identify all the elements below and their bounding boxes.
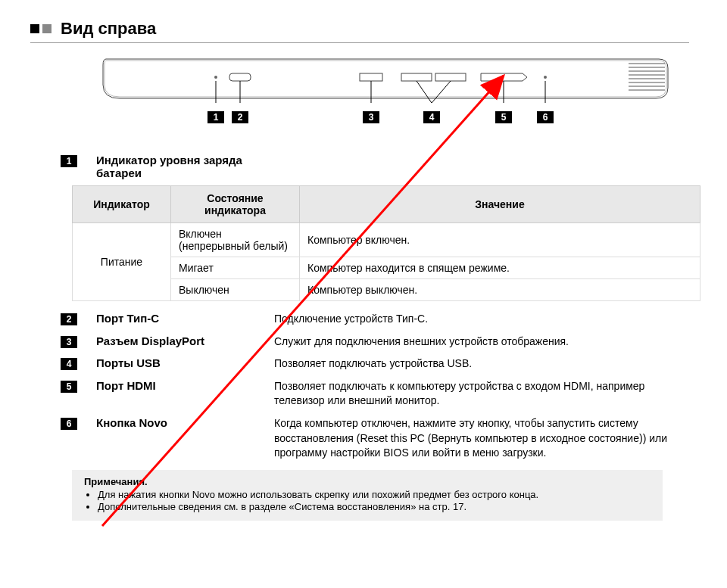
callout-3: 3 [363, 111, 379, 123]
port-novo-icon [544, 76, 547, 79]
callout-1: 1 [207, 111, 224, 123]
item-3-num: 3 [61, 336, 77, 348]
th-indicator: Индикатор [73, 186, 171, 223]
callout-5: 5 [495, 111, 512, 123]
item-6-desc: Когда компьютер отключен, нажмите эту кн… [274, 416, 689, 461]
td-mean-3: Компьютер выключен. [300, 279, 700, 301]
notes-box: Примечания. Для нажатия кнопки Novo можн… [72, 470, 663, 521]
notes-item-1: Для нажатия кнопки Novo можно использова… [98, 489, 651, 500]
callout-4: 4 [423, 111, 440, 123]
heading-rule [30, 42, 689, 43]
port-type-c-icon [229, 73, 251, 81]
callout-number-row: 1 2 3 4 5 6 [98, 110, 689, 132]
th-state: Состояние индикатора [171, 186, 300, 223]
indicator-table: Индикатор Состояние индикатора Значение … [72, 185, 700, 301]
td-indicator: Питание [73, 223, 171, 301]
td-state-2: Мигает [171, 257, 300, 279]
callout-2: 2 [232, 111, 248, 123]
table-header-row: Индикатор Состояние индикатора Значение [73, 186, 700, 223]
item-5-num: 5 [61, 381, 77, 393]
item-3-row: 3 Разъем DisplayPort Служит для подключе… [61, 334, 689, 350]
item-2-label: Порт Тип-С [96, 312, 274, 325]
port-hdmi-icon [481, 73, 527, 81]
item-5-row: 5 Порт HDMI Позволяет подключать к компь… [61, 379, 689, 409]
item-3-label: Разъем DisplayPort [96, 334, 274, 347]
notes-item-2: Дополнительные сведения см. в разделе «С… [98, 501, 651, 512]
item-2-num: 2 [61, 313, 77, 325]
laptop-side-svg [98, 54, 674, 104]
laptop-side-figure [98, 54, 689, 106]
item-2-row: 2 Порт Тип-С Подключение устройств Тип-С… [61, 312, 689, 327]
table-row: Питание Включен (непрерывный белый) Комп… [73, 223, 700, 257]
item-1-num: 1 [61, 155, 77, 167]
item-6-num: 6 [61, 418, 77, 430]
td-mean-1: Компьютер включен. [300, 223, 700, 257]
item-4-label: Порты USB [96, 356, 274, 369]
item-5-label: Порт HDMI [96, 379, 274, 392]
page-title: Вид справа [61, 19, 156, 39]
port-usb-1-icon [401, 73, 432, 81]
bullet-light-icon [42, 24, 51, 33]
callout-6: 6 [537, 111, 554, 123]
item-4-row: 4 Порты USB Позволяет подключать устройс… [61, 356, 689, 372]
item-4-desc: Позволяет подключать устройства USB. [274, 356, 689, 372]
indicator-table-wrap: Индикатор Состояние индикатора Значение … [72, 185, 663, 301]
td-state-1: Включен (непрерывный белый) [171, 223, 300, 257]
item-1-label: Индикатор уровня заряда батареи [96, 154, 274, 179]
heading-bullets [30, 24, 51, 33]
notes-list: Для нажатия кнопки Novo можно использова… [98, 489, 651, 512]
item-4-num: 4 [61, 358, 77, 370]
port-displayport-icon [360, 73, 382, 81]
td-mean-2: Компьютер находится в спящем режиме. [300, 257, 700, 279]
item-6-row: 6 Кнопка Novo Когда компьютер отключен, … [61, 416, 689, 461]
port-usb-2-icon [435, 73, 466, 81]
item-6-label: Кнопка Novo [96, 416, 274, 429]
td-state-3: Выключен [171, 279, 300, 301]
th-meaning: Значение [300, 186, 700, 223]
item-5-desc: Позволяет подключать к компьютеру устрой… [274, 379, 689, 409]
notes-title: Примечания. [84, 476, 651, 487]
port-indicator-icon [214, 76, 217, 79]
section-heading-row: Вид справа [30, 19, 689, 39]
item-3-desc: Служит для подключения внешних устройств… [274, 334, 689, 350]
item-1-row: 1 Индикатор уровня заряда батареи [61, 154, 689, 179]
bullet-dark-icon [30, 24, 39, 33]
item-2-desc: Подключение устройств Тип-С. [274, 312, 689, 327]
